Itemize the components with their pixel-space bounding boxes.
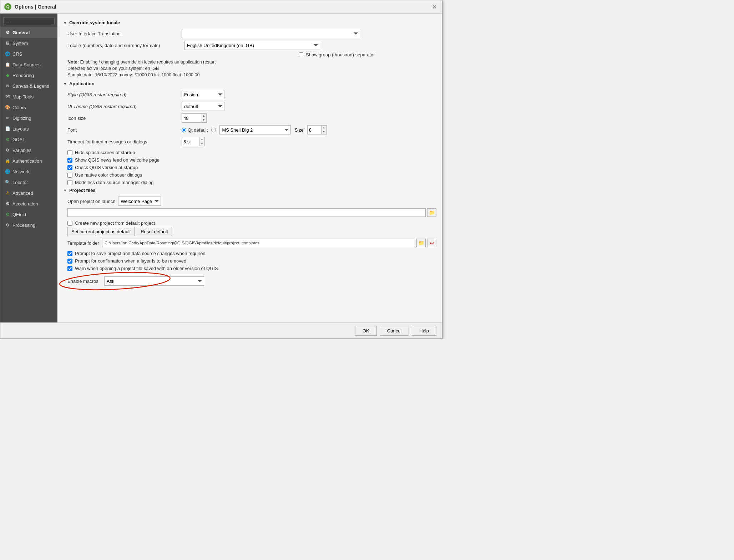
locale-row: Locale (numbers, date and currency forma… — [63, 41, 436, 50]
ui-translation-label: User Interface Translation — [67, 31, 182, 36]
sidebar-item-qfield[interactable]: ⚙ QField — [0, 209, 57, 220]
prompt-remove-row: Prompt for confirmation when a layer is … — [63, 257, 436, 265]
general-icon: ⚙ — [5, 30, 10, 35]
canvas-legend-icon: ✉ — [5, 83, 10, 89]
font-ms-radio[interactable] — [211, 128, 216, 132]
sidebar-item-crs[interactable]: 🌐 CRS — [0, 49, 57, 59]
template-folder-reset-button[interactable]: ↩ — [427, 239, 436, 247]
set-current-default-button[interactable]: Set current project as default — [67, 227, 135, 236]
template-folder-input[interactable] — [102, 239, 415, 247]
font-size-label: Size — [294, 127, 303, 133]
sidebar-item-digitizing[interactable]: ✏ Digitizing — [0, 113, 57, 123]
ui-translation-select[interactable] — [182, 29, 360, 38]
ui-translation-row: User Interface Translation — [63, 29, 436, 38]
detected-locale-text: Detected active locale on your system: e… — [63, 66, 436, 71]
native-color-checkbox[interactable] — [67, 173, 72, 178]
override-locale-triangle[interactable]: ▼ — [63, 21, 67, 25]
sidebar-item-general[interactable]: ⚙ General — [0, 27, 57, 38]
sidebar-item-gdal[interactable]: ⚙ GDAL — [0, 134, 57, 145]
locale-select[interactable]: English UnitedKingdom (en_GB) — [184, 41, 320, 50]
prompt-remove-checkbox[interactable] — [67, 259, 72, 264]
main-content: ⚙ General 🖥 System 🌐 CRS 📋 Data Sources … — [0, 14, 442, 322]
icon-size-down-arrow[interactable]: ▼ — [201, 118, 206, 122]
ui-translation-control — [182, 29, 436, 38]
folder-browse-button[interactable]: 📁 — [427, 208, 436, 217]
font-size-input[interactable] — [307, 125, 322, 134]
reset-default-button[interactable]: Reset default — [137, 227, 172, 236]
sidebar-item-variables[interactable]: ⚙ Variables — [0, 145, 57, 156]
timeout-up-arrow[interactable]: ▲ — [199, 137, 204, 142]
check-version-row: Check QGIS version at startup — [63, 164, 436, 171]
sidebar-label-general: General — [12, 30, 30, 35]
note-text-content: Enabling / changing override on locale r… — [80, 60, 216, 65]
ui-theme-label: UI Theme (QGIS restart required) — [67, 104, 182, 109]
sidebar-item-canvas-legend[interactable]: ✉ Canvas & Legend — [0, 81, 57, 91]
show-separator-checkbox[interactable] — [299, 52, 303, 57]
sidebar-item-acceleration[interactable]: ⚙ Acceleration — [0, 198, 57, 209]
icon-size-arrows: ▲ ▼ — [201, 113, 207, 123]
check-version-checkbox[interactable] — [67, 165, 72, 170]
application-triangle[interactable]: ▼ — [63, 82, 67, 86]
sidebar-item-processing[interactable]: ⚙ Processing — [0, 220, 57, 230]
sidebar-item-map-tools[interactable]: 🗺 Map Tools — [0, 91, 57, 102]
sidebar-item-locator[interactable]: 🔍 Locator — [0, 177, 57, 188]
override-locale-header: ▼ Override system locale — [63, 20, 436, 25]
show-news-checkbox[interactable] — [67, 158, 72, 163]
sidebar-label-locator: Locator — [12, 180, 28, 185]
sidebar-label-variables: Variables — [12, 148, 31, 153]
show-news-row: Show QGIS news feed on welcome page — [63, 156, 436, 164]
sample-date-text: Sample date: 16/10/2022 money: £1000.00 … — [63, 72, 436, 77]
font-qt-radio[interactable] — [182, 128, 186, 132]
prompt-save-checkbox[interactable] — [67, 251, 72, 256]
search-input[interactable] — [3, 17, 55, 25]
icon-size-input[interactable] — [182, 113, 201, 123]
create-new-project-checkbox[interactable] — [67, 221, 72, 226]
application-title: Application — [69, 81, 95, 86]
sidebar-item-layouts[interactable]: 📄 Layouts — [0, 123, 57, 134]
sidebar-item-rendering[interactable]: ◆ Rendering — [0, 70, 57, 81]
help-button[interactable]: Help — [412, 326, 436, 336]
template-folder-browse-button[interactable]: 📁 — [416, 239, 426, 247]
modeless-dialog-checkbox[interactable] — [67, 180, 72, 185]
path-input[interactable] — [67, 208, 426, 217]
timeout-row: Timeout for timed messages or dialogs ▲ … — [63, 137, 436, 146]
close-button[interactable]: ✕ — [430, 2, 439, 11]
enable-macros-select[interactable]: Ask Never Always — [104, 276, 204, 286]
font-radio-group: Qt default MS Shell Dlg 2 Size — [182, 125, 327, 134]
sidebar-item-data-sources[interactable]: 📋 Data Sources — [0, 59, 57, 70]
project-files-triangle[interactable]: ▼ — [63, 188, 67, 193]
open-project-label: Open project on launch — [67, 199, 115, 204]
font-size-down-arrow[interactable]: ▼ — [322, 130, 326, 134]
sidebar-item-advanced[interactable]: ⚠ Advanced — [0, 188, 57, 198]
timeout-spinbox: ▲ ▼ — [182, 137, 205, 146]
native-color-row: Use native color chooser dialogs — [63, 171, 436, 179]
cancel-button[interactable]: Cancel — [380, 326, 409, 336]
path-input-row: 📁 — [63, 208, 436, 217]
title-bar-left: Q Options | General — [4, 3, 56, 11]
sidebar-item-system[interactable]: 🖥 System — [0, 38, 57, 49]
icon-size-up-arrow[interactable]: ▲ — [201, 114, 206, 118]
timeout-input[interactable] — [182, 137, 199, 146]
warn-older-checkbox[interactable] — [67, 266, 72, 271]
data-sources-icon: 📋 — [5, 62, 10, 67]
font-select[interactable]: MS Shell Dlg 2 — [219, 125, 291, 134]
qfield-icon: ⚙ — [5, 212, 10, 217]
qgis-logo-icon: Q — [4, 3, 12, 11]
hide-splash-checkbox[interactable] — [67, 150, 72, 155]
font-control: Qt default MS Shell Dlg 2 Size — [182, 125, 436, 134]
project-files-title: Project files — [69, 188, 96, 193]
ok-button[interactable]: OK — [355, 326, 377, 336]
sidebar-item-authentication[interactable]: 🔒 Authentication — [0, 156, 57, 166]
sidebar-label-network: Network — [12, 169, 30, 174]
sidebar-item-network[interactable]: 🌐 Network — [0, 166, 57, 177]
sidebar-item-colors[interactable]: 🎨 Colors — [0, 102, 57, 113]
timeout-down-arrow[interactable]: ▼ — [199, 142, 204, 146]
check-version-label: Check QGIS version at startup — [75, 165, 138, 170]
open-project-select[interactable]: Welcome Page — [118, 197, 161, 206]
ui-theme-select[interactable]: default — [182, 102, 224, 111]
style-select[interactable]: Fusion — [182, 90, 224, 99]
sidebar-label-canvas-legend: Canvas & Legend — [12, 83, 49, 89]
font-size-up-arrow[interactable]: ▲ — [322, 126, 326, 130]
icon-size-control: ▲ ▼ — [182, 113, 436, 123]
font-size-spinbox: ▲ ▼ — [307, 125, 327, 134]
